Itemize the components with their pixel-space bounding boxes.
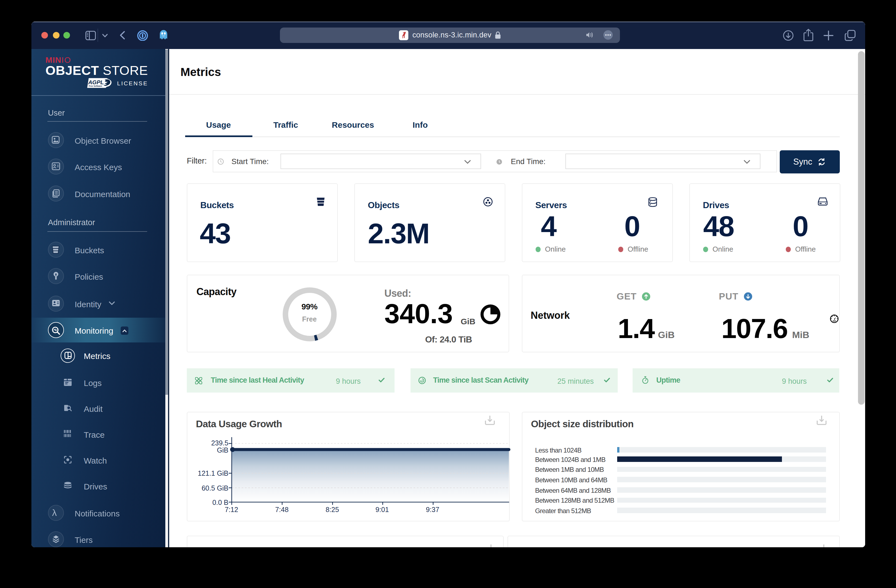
svg-text:AGPL: AGPL — [88, 79, 104, 85]
svg-text:Free Software: Free Software — [88, 85, 102, 87]
